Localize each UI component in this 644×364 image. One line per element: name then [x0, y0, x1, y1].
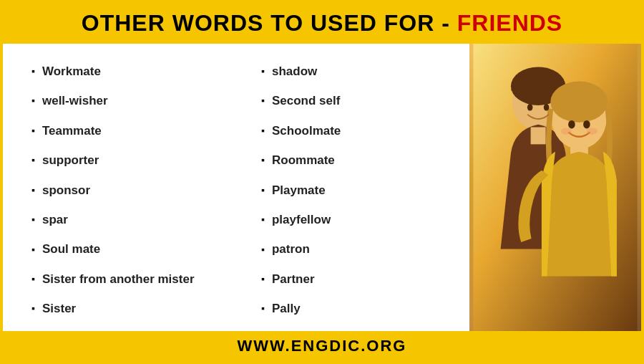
svg-rect-3 — [531, 127, 546, 144]
right-word-text: patron — [272, 241, 310, 258]
left-column: Workmatewell-wisherTeammatesupporterspon… — [3, 44, 247, 331]
left-word-text: supporter — [42, 152, 99, 169]
left-word-item: sponsor — [31, 176, 233, 205]
left-word-text: sponsor — [42, 182, 90, 199]
header: OTHER WORDS TO USED FOR - FRIENDS — [3, 3, 641, 44]
left-word-item: Sister from another mister — [31, 264, 233, 294]
photo-area — [469, 44, 641, 331]
left-word-item: Soul mate — [31, 235, 233, 264]
left-word-item: supporter — [31, 145, 233, 175]
left-word-item: spar — [31, 205, 233, 234]
right-word-item: shadow — [261, 57, 462, 86]
svg-point-8 — [583, 120, 590, 128]
svg-point-11 — [527, 104, 533, 111]
left-word-item: Workmate — [31, 57, 233, 86]
right-word-item: patron — [261, 235, 462, 264]
right-word-item: Pally — [261, 294, 462, 324]
right-word-text: Schoolmate — [272, 123, 341, 140]
svg-point-10 — [587, 128, 597, 135]
right-word-text: Roommate — [272, 152, 335, 169]
left-word-item: well-wisher — [31, 86, 233, 115]
right-word-item: Second self — [261, 86, 462, 115]
right-word-item: Schoolmate — [261, 116, 462, 145]
left-word-text: Sister — [42, 300, 76, 317]
footer: WWW.ENGDIC.ORG — [3, 331, 641, 361]
right-word-text: Pally — [272, 300, 301, 317]
left-word-text: Teammate — [42, 123, 102, 140]
right-word-text: Partner — [272, 271, 315, 288]
right-word-text: Second self — [272, 92, 340, 110]
left-word-text: well-wisher — [42, 92, 108, 110]
right-word-item: playfellow — [261, 205, 462, 234]
left-word-item: Teammate — [31, 116, 233, 145]
footer-text: WWW.ENGDIC.ORG — [17, 337, 627, 355]
right-word-item: Playmate — [261, 176, 462, 205]
right-column: shadowSecond selfSchoolmateRoommatePlaym… — [247, 44, 469, 331]
header-highlight: FRIENDS — [457, 10, 562, 36]
left-word-text: spar — [42, 211, 68, 229]
header-prefix: OTHER WORDS TO USED FOR - — [82, 10, 457, 36]
left-word-text: Workmate — [42, 63, 101, 80]
svg-point-9 — [561, 128, 572, 135]
left-word-item: Sister — [31, 294, 233, 324]
right-word-item: Partner — [261, 264, 462, 294]
left-word-text: Soul mate — [42, 241, 100, 258]
header-title: OTHER WORDS TO USED FOR - FRIENDS — [17, 10, 627, 37]
left-word-text: Sister from another mister — [42, 271, 195, 288]
svg-point-12 — [544, 104, 550, 111]
right-word-text: playfellow — [272, 211, 331, 229]
svg-point-7 — [568, 120, 575, 128]
right-word-text: Playmate — [272, 182, 326, 199]
right-word-text: shadow — [272, 63, 317, 80]
main-content: Workmatewell-wisherTeammatesupporterspon… — [3, 44, 641, 331]
right-word-item: Roommate — [261, 145, 462, 175]
